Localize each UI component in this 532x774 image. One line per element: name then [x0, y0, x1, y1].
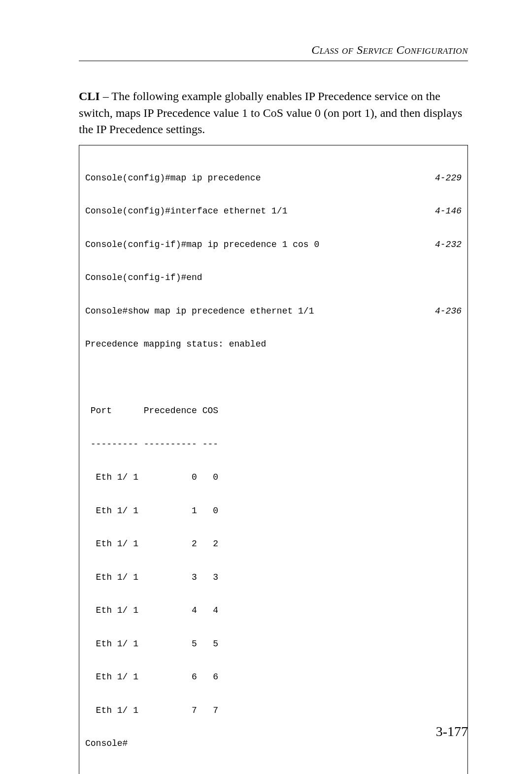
cli-table-header: Port Precedence COS [85, 405, 462, 417]
cli-table-row: Eth 1/ 1 5 5 [85, 638, 462, 650]
cli-table-row: Eth 1/ 1 4 4 [85, 605, 462, 616]
running-header: Class of Service Configuration [79, 43, 468, 57]
cli-page-ref: 4-236 [430, 306, 462, 317]
cli-line: Console(config-if)#end [85, 272, 462, 283]
page-number: 3-177 [436, 724, 468, 739]
intro-lead: CLI [79, 90, 100, 103]
cli-page-ref: 4-229 [430, 173, 462, 184]
cli-line: Console(config)#interface ethernet 1/14-… [85, 206, 462, 217]
cli-line: Console#show map ip precedence ethernet … [85, 306, 462, 317]
cli-blank [85, 372, 462, 384]
cli-table-row: Eth 1/ 1 3 3 [85, 572, 462, 583]
cli-cmd: Console#show map ip precedence ethernet … [85, 306, 314, 317]
cli-page-ref: 4-146 [430, 206, 462, 217]
cli-page-ref [457, 272, 462, 283]
cli-table-row: Eth 1/ 1 7 7 [85, 705, 462, 716]
cli-cmd: Console(config)#interface ethernet 1/1 [85, 206, 287, 217]
cli-table-divider: --------- ---------- --- [85, 439, 462, 450]
page: Class of Service Configuration CLI – The… [0, 0, 532, 774]
cli-line: Console(config)#map ip precedence4-229 [85, 173, 462, 184]
cli-table-row: Eth 1/ 1 0 0 [85, 472, 462, 483]
cli-output-box: Console(config)#map ip precedence4-229 C… [79, 145, 468, 774]
cli-table-row: Eth 1/ 1 1 0 [85, 505, 462, 517]
cli-table-row: Eth 1/ 1 2 2 [85, 538, 462, 550]
cli-cmd: Console(config-if)#map ip precedence 1 c… [85, 239, 319, 250]
cli-line: Console(config-if)#map ip precedence 1 c… [85, 239, 462, 250]
cli-table-row: Eth 1/ 1 6 6 [85, 671, 462, 683]
cli-cmd: Console(config-if)#end [85, 272, 202, 283]
intro-paragraph: CLI – The following example globally ena… [79, 88, 468, 138]
header-rule [79, 61, 468, 61]
cli-status: Precedence mapping status: enabled [85, 339, 462, 350]
intro-text: – The following example globally enables… [79, 90, 462, 136]
cli-page-ref: 4-232 [430, 239, 462, 250]
cli-prompt: Console# [85, 738, 462, 749]
cli-cmd: Console(config)#map ip precedence [85, 173, 261, 184]
